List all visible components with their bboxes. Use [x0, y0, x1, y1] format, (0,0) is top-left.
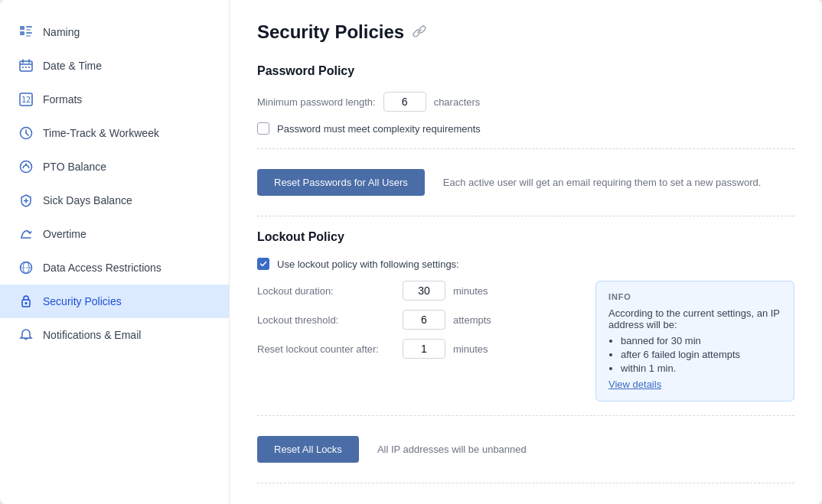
svg-rect-6	[20, 61, 32, 71]
lockout-duration-unit: minutes	[453, 285, 488, 297]
reset-passwords-description: Each active user will get an email requi…	[443, 177, 761, 188]
page-title: Security Policies	[257, 21, 404, 43]
svg-point-18	[21, 161, 32, 173]
svg-rect-1	[26, 26, 32, 28]
page-header: Security Policies	[257, 21, 794, 43]
calendar-icon	[18, 58, 34, 73]
reset-counter-unit: minutes	[453, 343, 488, 355]
main-content: Security Policies Password Policy Minimu…	[230, 0, 822, 504]
reset-all-locks-button[interactable]: Reset All Locks	[257, 436, 359, 463]
sidebar-label-naming: Naming	[43, 26, 80, 38]
sidebar-label-date-time: Date & Time	[43, 60, 102, 72]
min-length-input[interactable]	[383, 92, 426, 112]
reset-all-locks-description: All IP addresses will be unbanned	[377, 444, 527, 455]
svg-rect-5	[26, 35, 31, 37]
sidebar-item-timetrack[interactable]: Time-Track & Workweek	[0, 116, 229, 150]
shield-small-icon	[18, 193, 34, 208]
pto-icon	[18, 159, 34, 174]
lockout-threshold-input[interactable]	[403, 310, 445, 330]
sidebar-label-pto-balance: PTO Balance	[43, 161, 106, 173]
sidebar-item-overtime[interactable]: Overtime	[0, 217, 229, 251]
divider-2	[257, 216, 794, 216]
sidebar-label-formats: Formats	[43, 93, 82, 106]
lockout-details-row: Lockout duration: minutes Lockout thresh…	[257, 281, 794, 402]
sidebar-item-notifications[interactable]: Notifications & Email	[0, 318, 229, 352]
sidebar-label-overtime: Overtime	[43, 228, 86, 240]
sidebar-item-formats[interactable]: 123 Formats	[0, 83, 229, 116]
sidebar-label-timetrack: Time-Track & Workweek	[43, 127, 159, 139]
complexity-label: Password must meet complexity requiremen…	[277, 123, 481, 135]
info-intro: According to the current settings, an IP…	[608, 307, 781, 330]
svg-rect-2	[26, 29, 31, 31]
sidebar-item-pto-balance[interactable]: PTO Balance	[0, 150, 229, 184]
use-lockout-row: Use lockout policy with following settin…	[257, 258, 794, 270]
lockout-duration-input[interactable]	[403, 281, 445, 301]
sidebar-item-data-access[interactable]: Data Access Restrictions	[0, 251, 229, 285]
reset-counter-label: Reset lockout counter after:	[257, 343, 395, 355]
svg-point-26	[25, 302, 28, 304]
sidebar: Naming Date & Time	[0, 0, 230, 504]
overtime-icon	[18, 226, 34, 242]
lockout-policy-title: Lockout Policy	[257, 230, 794, 244]
reset-passwords-button[interactable]: Reset Passwords for All Users	[257, 169, 425, 196]
sidebar-item-sick-days[interactable]: Sick Days Balance	[0, 184, 229, 217]
app-window: Naming Date & Time	[0, 0, 822, 504]
password-policy-section: Password Policy Minimum password length:…	[257, 64, 794, 202]
reset-counter-row: Reset lockout counter after: minutes	[257, 339, 565, 359]
lockout-duration-row: Lockout duration: minutes	[257, 281, 565, 301]
info-list: banned for 30 min after 6 failed login a…	[621, 335, 781, 374]
grid-icon	[18, 24, 34, 40]
reset-counter-input[interactable]	[403, 339, 445, 359]
data-icon	[18, 260, 34, 275]
use-lockout-label: Use lockout policy with following settin…	[277, 259, 459, 270]
svg-text:123: 123	[21, 96, 33, 104]
lockout-policy-section: Lockout Policy Use lockout policy with f…	[257, 230, 794, 402]
sidebar-item-date-time[interactable]: Date & Time	[0, 49, 229, 83]
svg-point-11	[25, 67, 27, 68]
sidebar-label-data-access: Data Access Restrictions	[43, 262, 161, 274]
svg-point-12	[28, 67, 30, 68]
reset-all-locks-row: Reset All Locks All IP addresses will be…	[257, 430, 794, 469]
sidebar-item-security-policies[interactable]: Security Policies	[0, 285, 229, 318]
link-icon[interactable]	[412, 24, 427, 41]
lockout-threshold-unit: attempts	[453, 314, 491, 326]
use-lockout-checkbox[interactable]	[257, 258, 269, 270]
lockout-duration-label: Lockout duration:	[257, 285, 395, 297]
lockout-threshold-label: Lockout threshold:	[257, 314, 395, 326]
divider-4	[257, 483, 794, 483]
svg-point-10	[22, 67, 24, 68]
sidebar-label-security-policies: Security Policies	[43, 295, 122, 307]
divider-3	[257, 415, 794, 416]
complexity-row: Password must meet complexity requiremen…	[257, 122, 794, 135]
reset-passwords-row: Reset Passwords for All Users Each activ…	[257, 163, 794, 202]
bell-icon	[18, 327, 34, 343]
svg-rect-0	[20, 26, 24, 30]
info-label: INFO	[608, 292, 781, 301]
divider-1	[257, 148, 794, 149]
sidebar-item-naming[interactable]: Naming	[0, 15, 229, 49]
info-item-3: within 1 min.	[621, 363, 781, 374]
min-length-label: Minimum password length:	[257, 96, 376, 108]
password-policy-title: Password Policy	[257, 64, 794, 78]
view-details-link[interactable]: View details	[608, 379, 661, 390]
info-item-2: after 6 failed login attempts	[621, 349, 781, 360]
info-box: INFO According to the current settings, …	[595, 281, 794, 402]
min-length-unit: characters	[434, 96, 481, 108]
svg-rect-3	[20, 31, 24, 35]
svg-line-17	[26, 133, 28, 135]
format-icon: 123	[18, 92, 34, 107]
min-length-row: Minimum password length: characters	[257, 92, 794, 112]
sidebar-label-sick-days: Sick Days Balance	[43, 194, 132, 206]
security-icon	[18, 294, 34, 309]
lockout-fields: Lockout duration: minutes Lockout thresh…	[257, 281, 565, 368]
lockout-threshold-row: Lockout threshold: attempts	[257, 310, 565, 330]
svg-rect-4	[26, 32, 32, 34]
clock-icon	[18, 125, 34, 141]
complexity-checkbox[interactable]	[257, 122, 269, 135]
info-item-1: banned for 30 min	[621, 335, 781, 346]
sidebar-label-notifications: Notifications & Email	[43, 329, 141, 341]
